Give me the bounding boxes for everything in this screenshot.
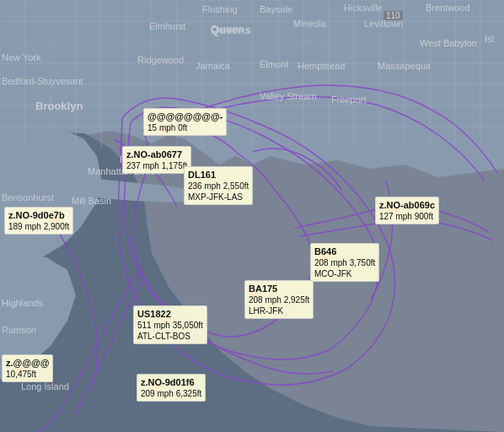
aircraft-9d01f6[interactable] <box>148 379 164 394</box>
route-110-label: 110 <box>383 11 403 20</box>
aircraft-ba175[interactable] <box>247 286 262 301</box>
aircraft-us1822[interactable] <box>159 311 174 327</box>
aircraft-cluster1[interactable] <box>157 121 172 136</box>
map-container: Flushing Bayside Hicksville Brentwood El… <box>0 0 504 432</box>
aircraft-ab0677[interactable] <box>121 151 136 166</box>
aircraft-ab069c[interactable] <box>387 202 402 217</box>
aircraft-dl161[interactable] <box>186 176 201 192</box>
aircraft-9d0e7b[interactable] <box>50 212 65 227</box>
flight-paths-svg <box>0 0 504 432</box>
aircraft-b646[interactable] <box>317 248 332 263</box>
aircraft-qqq10[interactable] <box>11 362 26 377</box>
